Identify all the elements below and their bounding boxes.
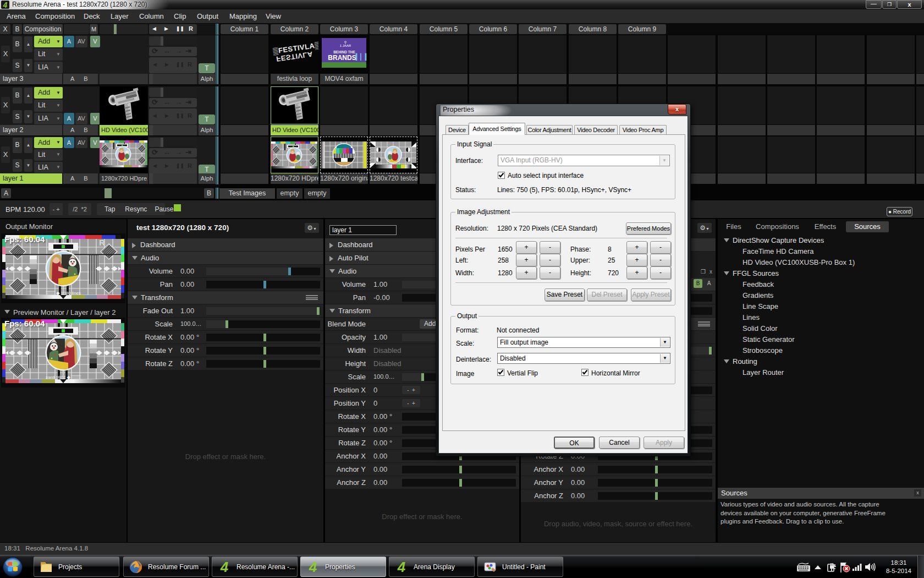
svg-text:4: 4 <box>397 560 406 574</box>
svg-text:4: 4 <box>309 560 317 574</box>
svg-text:4: 4 <box>220 560 229 574</box>
svg-text:4: 4 <box>3 1 8 9</box>
